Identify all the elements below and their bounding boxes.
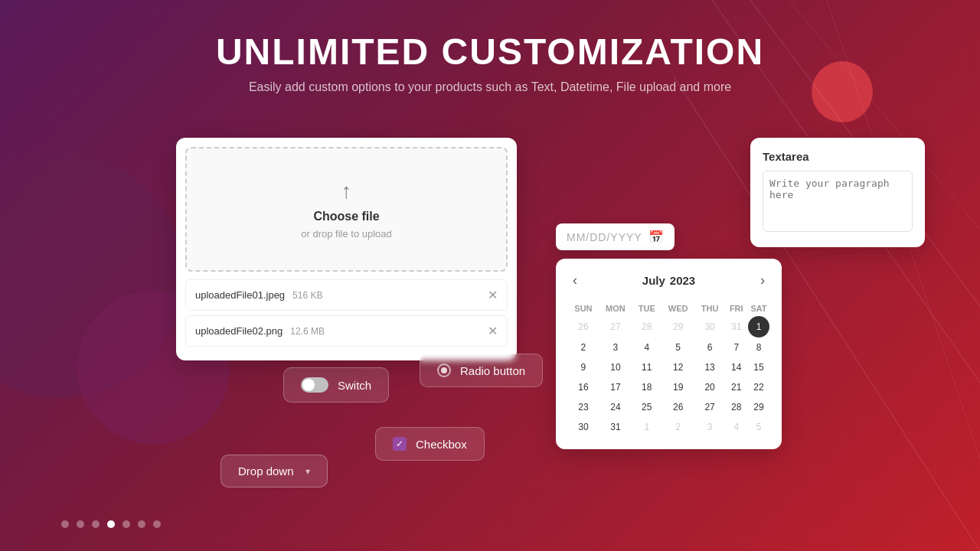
calendar-day[interactable]: 4 bbox=[725, 417, 748, 437]
calendar-day[interactable]: 26 bbox=[662, 397, 695, 417]
calendar-day[interactable]: 2 bbox=[662, 417, 695, 437]
calendar-day[interactable]: 20 bbox=[695, 377, 725, 397]
pagination-dot[interactable] bbox=[122, 520, 130, 528]
date-placeholder: MM/DD/YYYY bbox=[567, 231, 642, 243]
calendar-day-header: SAT bbox=[748, 301, 769, 316]
calendar-day-header: WED bbox=[662, 301, 695, 316]
calendar-day[interactable]: 14 bbox=[725, 357, 748, 377]
calendar-day[interactable]: 5 bbox=[748, 417, 769, 437]
calendar-day[interactable]: 4 bbox=[632, 337, 662, 357]
calendar-day[interactable]: 12 bbox=[662, 357, 695, 377]
calendar-day[interactable]: 26 bbox=[568, 316, 599, 337]
calendar-day[interactable]: 19 bbox=[662, 377, 695, 397]
calendar-day-header: SUN bbox=[568, 301, 599, 316]
radio-widget[interactable]: Radio button bbox=[420, 354, 543, 387]
calendar-day-header: THU bbox=[695, 301, 725, 316]
calendar-day-header: FRI bbox=[725, 301, 748, 316]
switch-knob bbox=[302, 379, 315, 391]
pagination-dot[interactable] bbox=[153, 520, 161, 528]
calendar-day[interactable]: 15 bbox=[748, 357, 769, 377]
textarea-widget: Textarea bbox=[750, 138, 925, 247]
calendar-day[interactable]: 31 bbox=[725, 316, 748, 337]
calendar-day[interactable]: 28 bbox=[725, 397, 748, 417]
radio-circle[interactable] bbox=[437, 364, 451, 377]
calendar-day[interactable]: 30 bbox=[568, 417, 599, 437]
pagination-dot[interactable] bbox=[92, 520, 100, 528]
subtitle: Easily add custom options to your produc… bbox=[0, 80, 980, 94]
calendar-prev[interactable]: ‹ bbox=[568, 271, 582, 290]
radio-inner bbox=[441, 367, 447, 373]
page-container: UNLIMITED CUSTOMIZATION Easily add custo… bbox=[0, 0, 980, 551]
calendar-widget: ‹ July 2023 › SUNMONTUEWEDTHUFRISAT 2627… bbox=[556, 259, 782, 449]
calendar-day[interactable]: 27 bbox=[695, 397, 725, 417]
date-widget[interactable]: MM/DD/YYYY 📅 bbox=[556, 223, 675, 250]
calendar-next[interactable]: › bbox=[756, 271, 769, 290]
dropdown-widget[interactable]: Drop down ▾ bbox=[220, 455, 328, 487]
calendar-day[interactable]: 21 bbox=[725, 377, 748, 397]
calendar-day[interactable]: 5 bbox=[662, 337, 695, 357]
calendar-day[interactable]: 18 bbox=[632, 377, 662, 397]
page-title: UNLIMITED CUSTOMIZATION bbox=[0, 31, 980, 73]
pagination-dot[interactable] bbox=[107, 520, 115, 528]
dropdown-label: Drop down bbox=[238, 465, 296, 478]
file-remove-button[interactable]: ✕ bbox=[488, 324, 498, 338]
calendar-day[interactable]: 1 bbox=[748, 316, 769, 337]
drop-zone[interactable]: ↑ Choose file or drop file to upload bbox=[185, 147, 508, 272]
calendar-day[interactable]: 7 bbox=[725, 337, 748, 357]
calendar-day[interactable]: 22 bbox=[748, 377, 769, 397]
calendar-day[interactable]: 30 bbox=[695, 316, 725, 337]
calendar-day[interactable]: 13 bbox=[695, 357, 725, 377]
calendar-day[interactable]: 27 bbox=[599, 316, 632, 337]
calendar-icon: 📅 bbox=[648, 230, 664, 244]
chevron-down-icon: ▾ bbox=[305, 466, 310, 477]
calendar-day[interactable]: 11 bbox=[632, 357, 662, 377]
file-name: uploadedFile01.jpeg bbox=[195, 289, 285, 301]
calendar-day[interactable]: 8 bbox=[748, 337, 769, 357]
checkbox-widget[interactable]: ✓ Checkbox bbox=[375, 427, 485, 461]
switch-widget[interactable]: Switch bbox=[283, 367, 389, 403]
calendar-day[interactable]: 9 bbox=[568, 357, 599, 377]
textarea-field[interactable] bbox=[763, 171, 913, 232]
calendar-day[interactable]: 24 bbox=[599, 397, 632, 417]
choose-file-text[interactable]: Choose file bbox=[202, 210, 491, 223]
file-name: uploadedFile02.png bbox=[195, 325, 283, 337]
calendar-header: ‹ July 2023 › bbox=[568, 271, 769, 290]
calendar-day[interactable]: 23 bbox=[568, 397, 599, 417]
calendar-day[interactable]: 2 bbox=[568, 337, 599, 357]
upload-icon: ↑ bbox=[202, 179, 491, 204]
file-remove-button[interactable]: ✕ bbox=[488, 288, 498, 302]
pagination-dots bbox=[61, 520, 161, 528]
file-size: 516 KB bbox=[292, 290, 322, 301]
calendar-day[interactable]: 17 bbox=[599, 377, 632, 397]
calendar-day-header: MON bbox=[599, 301, 632, 316]
switch-toggle[interactable] bbox=[301, 377, 328, 393]
header: UNLIMITED CUSTOMIZATION Easily add custo… bbox=[0, 0, 980, 103]
calendar-month: July bbox=[642, 274, 665, 287]
calendar-day[interactable]: 1 bbox=[632, 417, 662, 437]
checkmark-icon: ✓ bbox=[396, 439, 403, 449]
pagination-dot[interactable] bbox=[77, 520, 84, 528]
pagination-dot[interactable] bbox=[138, 520, 145, 528]
file-item: uploadedFile01.jpeg 516 KB ✕ bbox=[185, 279, 508, 311]
calendar-day[interactable]: 6 bbox=[695, 337, 725, 357]
checkbox-box[interactable]: ✓ bbox=[393, 437, 407, 451]
checkbox-label: Checkbox bbox=[416, 438, 467, 451]
calendar-month-year: July 2023 bbox=[642, 274, 695, 287]
calendar-grid: SUNMONTUEWEDTHUFRISAT 262728293031123456… bbox=[568, 301, 769, 437]
calendar-day[interactable]: 3 bbox=[599, 337, 632, 357]
calendar-year: 2023 bbox=[670, 274, 695, 287]
pagination-dot[interactable] bbox=[61, 520, 69, 528]
file-list: uploadedFile01.jpeg 516 KB ✕ uploadedFil… bbox=[185, 279, 508, 347]
calendar-day[interactable]: 10 bbox=[599, 357, 632, 377]
calendar-day[interactable]: 29 bbox=[662, 316, 695, 337]
calendar-day[interactable]: 25 bbox=[632, 397, 662, 417]
file-info: uploadedFile02.png 12.6 MB bbox=[195, 325, 325, 337]
calendar-day[interactable]: 31 bbox=[599, 417, 632, 437]
calendar-day-header: TUE bbox=[632, 301, 662, 316]
calendar-day[interactable]: 3 bbox=[695, 417, 725, 437]
file-size: 12.6 MB bbox=[290, 326, 325, 337]
file-info: uploadedFile01.jpeg 516 KB bbox=[195, 289, 322, 301]
calendar-day[interactable]: 29 bbox=[748, 397, 769, 417]
calendar-day[interactable]: 28 bbox=[632, 316, 662, 337]
calendar-day[interactable]: 16 bbox=[568, 377, 599, 397]
